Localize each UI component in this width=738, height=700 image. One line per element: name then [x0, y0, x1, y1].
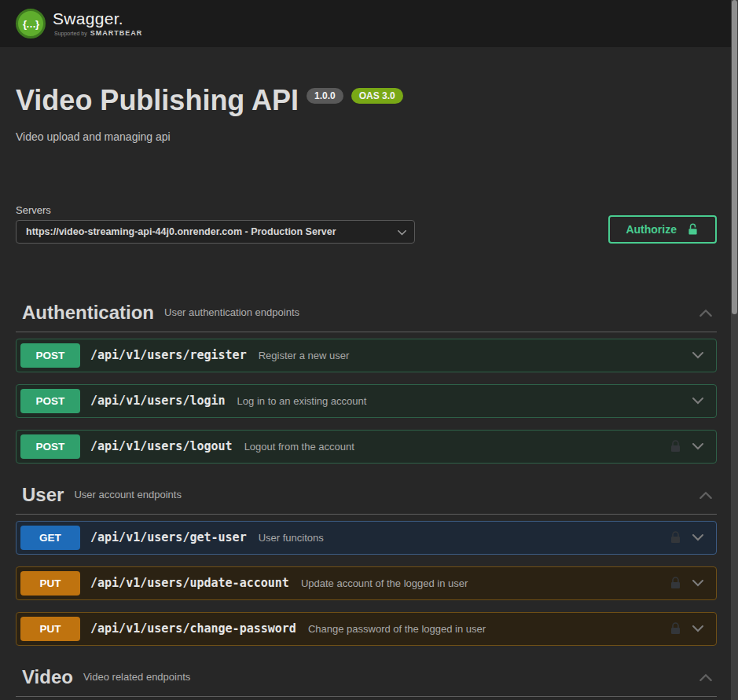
endpoint-description: Change password of the logged in user [308, 623, 486, 635]
section-subtitle: Video related endpoints [83, 671, 190, 683]
method-badge: POST [20, 434, 80, 459]
lock-icon[interactable] [670, 440, 681, 453]
method-badge: POST [20, 343, 80, 368]
chevron-down-icon[interactable] [691, 533, 705, 543]
servers-select[interactable]: https://video-streaming-api-44j0.onrende… [16, 220, 415, 244]
endpoint-path: /api/v1/users/register [90, 348, 247, 362]
supported-by-label: Supported by [54, 31, 87, 36]
chevron-down-icon[interactable] [691, 624, 705, 634]
topbar: {…} Swagger. Supported by SMARTBEAR [0, 0, 738, 47]
method-badge: PUT [20, 617, 80, 641]
endpoint-row[interactable]: GET /api/v1/users/get-user User funciton… [16, 521, 717, 555]
section-video: Video Video related endpoints [16, 658, 717, 697]
endpoint-row[interactable]: POST /api/v1/users/logout Logout from th… [16, 430, 717, 464]
endpoint-path: /api/v1/users/get-user [90, 530, 247, 544]
swagger-logo-link[interactable]: {…} Swagger. Supported by SMARTBEAR [16, 9, 142, 38]
scrollbar-thumb[interactable] [732, 0, 737, 314]
selected-server: https://video-streaming-api-44j0.onrende… [26, 226, 336, 237]
section-title: Authentication [22, 302, 154, 324]
section-user: User User account endpoints GET /api/v1/… [16, 476, 717, 646]
page-title: Video Publishing API [16, 85, 299, 116]
section-header-authentication[interactable]: Authentication User authentication endpo… [16, 294, 717, 332]
endpoint-row[interactable]: POST /api/v1/users/register Register a n… [16, 339, 717, 372]
authorize-button[interactable]: Authorize [608, 215, 717, 244]
endpoint-description: Log in to an existing account [237, 395, 367, 407]
endpoint-path: /api/v1/users/change-password [90, 621, 296, 636]
authorize-label: Authorize [626, 223, 677, 236]
scrollbar[interactable] [731, 0, 738, 700]
method-badge: POST [20, 389, 80, 413]
swagger-logo-icon: {…} [16, 9, 46, 38]
endpoint-row[interactable]: POST /api/v1/users/login Log in to an ex… [16, 384, 717, 418]
section-title: Video [22, 666, 73, 688]
scheme-container: Servers https://video-streaming-api-44j0… [16, 204, 717, 244]
api-description: Video upload and managing api [16, 130, 717, 143]
brand-text: Swagger. Supported by SMARTBEAR [53, 10, 142, 37]
api-docs: Video Publishing API 1.0.0 OAS 3.0 Video… [0, 47, 738, 697]
chevron-down-icon[interactable] [691, 442, 705, 452]
endpoint-path: /api/v1/users/logout [90, 439, 233, 453]
sponsor-name: SMARTBEAR [90, 30, 143, 37]
chevron-up-icon[interactable] [696, 667, 715, 687]
servers-label: Servers [16, 204, 415, 216]
brand-name: Swagger. [53, 10, 142, 27]
lock-icon[interactable] [670, 622, 681, 635]
chevron-up-icon[interactable] [696, 302, 715, 323]
chevron-down-icon [398, 225, 406, 239]
oas-badge: OAS 3.0 [351, 88, 403, 104]
section-subtitle: User account endpoints [74, 489, 182, 500]
endpoint-path: /api/v1/users/update-account [90, 576, 289, 590]
lock-icon[interactable] [670, 531, 681, 544]
version-badge: 1.0.0 [307, 88, 343, 104]
chevron-down-icon[interactable] [691, 350, 705, 361]
chevron-down-icon[interactable] [691, 578, 705, 588]
endpoint-path: /api/v1/users/login [90, 394, 226, 408]
endpoint-description: Update account of the logged in user [301, 577, 468, 589]
lock-icon[interactable] [670, 577, 681, 589]
endpoint-description: Logout from the account [244, 441, 354, 453]
servers-block: Servers https://video-streaming-api-44j0… [16, 204, 415, 244]
api-info: Video Publishing API 1.0.0 OAS 3.0 Video… [16, 47, 717, 143]
section-header-video[interactable]: Video Video related endpoints [16, 658, 717, 697]
endpoint-row[interactable]: PUT /api/v1/users/update-account Update … [16, 566, 717, 600]
endpoint-row[interactable]: PUT /api/v1/users/change-password Change… [16, 612, 717, 646]
unlocked-padlock-icon [686, 222, 699, 236]
endpoint-description: Register a new user [259, 350, 350, 361]
chevron-up-icon[interactable] [696, 485, 715, 505]
method-badge: PUT [20, 571, 80, 596]
section-header-user[interactable]: User User account endpoints [16, 476, 717, 515]
method-badge: GET [20, 526, 80, 550]
chevron-down-icon[interactable] [691, 396, 705, 406]
section-subtitle: User authentication endpoints [164, 306, 299, 318]
section-authentication: Authentication User authentication endpo… [16, 294, 717, 464]
endpoint-description: User funcitons [259, 532, 324, 544]
section-title: User [22, 484, 64, 506]
